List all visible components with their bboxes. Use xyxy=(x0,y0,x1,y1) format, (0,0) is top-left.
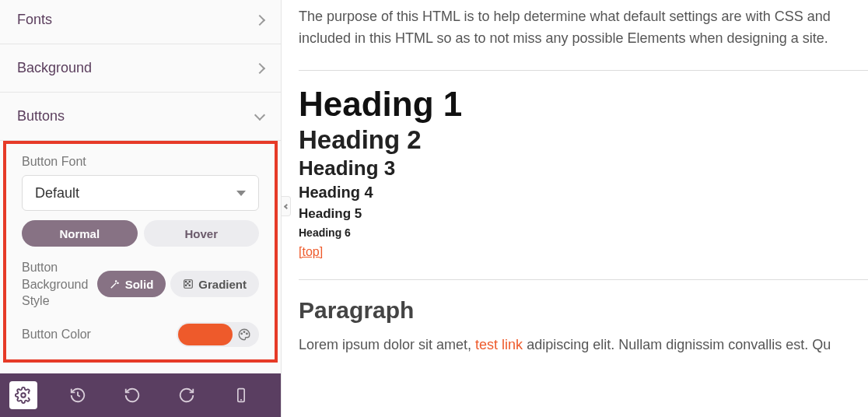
button-color-label: Button Color xyxy=(22,326,91,343)
test-link[interactable]: test link xyxy=(475,337,523,352)
settings-button[interactable] xyxy=(9,381,37,409)
bg-style-label: Button Background Style xyxy=(22,259,97,310)
bg-style-gradient-label: Gradient xyxy=(198,278,247,291)
collapse-sidebar-button[interactable] xyxy=(282,196,291,216)
heading-5: Heading 5 xyxy=(299,206,868,222)
intro-text: The purpose of this HTML is to help dete… xyxy=(299,6,868,50)
history-button[interactable] xyxy=(64,381,92,409)
chevron-right-icon xyxy=(254,62,265,73)
svg-rect-1 xyxy=(185,281,187,282)
panel-background-label: Background xyxy=(17,60,92,76)
button-font-label: Button Font xyxy=(22,155,259,169)
panel-buttons-label: Buttons xyxy=(17,108,65,124)
redo-button[interactable] xyxy=(173,381,201,409)
undo-icon xyxy=(124,387,141,404)
button-font-select[interactable]: Default xyxy=(22,175,259,211)
panel-background[interactable]: Background xyxy=(0,44,281,93)
sidebar-bottom-bar xyxy=(0,373,281,417)
svg-rect-3 xyxy=(187,283,189,285)
wand-icon xyxy=(110,279,121,289)
svg-point-8 xyxy=(247,333,248,335)
paragraph-heading: Paragraph xyxy=(299,297,868,324)
top-link[interactable]: [top] xyxy=(299,245,323,258)
svg-point-9 xyxy=(21,393,26,398)
chevron-right-icon xyxy=(254,14,265,25)
palette-icon[interactable] xyxy=(234,324,254,345)
sidebar-panels: Fonts Background Buttons Button Font Def… xyxy=(0,0,281,417)
mobile-icon xyxy=(233,387,249,404)
state-tabs: Normal Hover xyxy=(22,220,259,247)
button-color-row: Button Color xyxy=(22,322,259,347)
heading-6: Heading 6 xyxy=(299,226,868,239)
bg-style-gradient[interactable]: Gradient xyxy=(170,271,259,297)
panel-fonts[interactable]: Fonts xyxy=(0,0,281,44)
divider xyxy=(299,70,868,71)
panel-fonts-label: Fonts xyxy=(17,12,52,28)
color-swatch[interactable] xyxy=(178,324,233,345)
para-before: Lorem ipsum dolor sit amet, xyxy=(299,337,475,352)
history-icon xyxy=(69,387,86,404)
tab-hover[interactable]: Hover xyxy=(144,220,260,247)
svg-point-7 xyxy=(243,331,245,333)
caret-down-icon xyxy=(236,191,246,196)
bg-style-group: Solid Gradient xyxy=(97,271,259,297)
button-color-control[interactable] xyxy=(177,322,259,347)
undo-button[interactable] xyxy=(118,381,146,409)
para-after: adipiscing elit. Nullam dignissim conval… xyxy=(523,337,831,352)
tab-normal[interactable]: Normal xyxy=(22,220,138,247)
svg-rect-2 xyxy=(189,281,191,282)
heading-3: Heading 3 xyxy=(299,156,868,180)
bg-style-row: Button Background Style Solid Gradient xyxy=(22,259,259,310)
button-font-value: Default xyxy=(35,185,79,201)
divider xyxy=(299,279,868,280)
preview-pane: The purpose of this HTML is to help dete… xyxy=(299,0,868,356)
svg-point-6 xyxy=(241,333,243,335)
bg-style-solid-label: Solid xyxy=(125,278,154,291)
svg-rect-5 xyxy=(189,285,191,286)
heading-1: Heading 1 xyxy=(299,85,868,124)
bg-style-solid[interactable]: Solid xyxy=(97,271,166,297)
chevron-down-icon xyxy=(254,109,265,120)
panel-buttons[interactable]: Buttons xyxy=(0,93,281,141)
paragraph-text: Lorem ipsum dolor sit amet, test link ad… xyxy=(299,335,868,356)
gear-icon xyxy=(15,387,32,404)
redo-icon xyxy=(178,387,195,404)
svg-rect-4 xyxy=(185,285,187,286)
chevron-left-icon xyxy=(284,203,289,208)
gradient-icon xyxy=(183,279,194,289)
heading-2: Heading 2 xyxy=(299,125,868,155)
customizer-sidebar: Fonts Background Buttons Button Font Def… xyxy=(0,0,282,417)
buttons-panel-content: Button Font Default Normal Hover Button … xyxy=(3,141,278,363)
responsive-button[interactable] xyxy=(227,381,255,409)
heading-4: Heading 4 xyxy=(299,184,868,201)
